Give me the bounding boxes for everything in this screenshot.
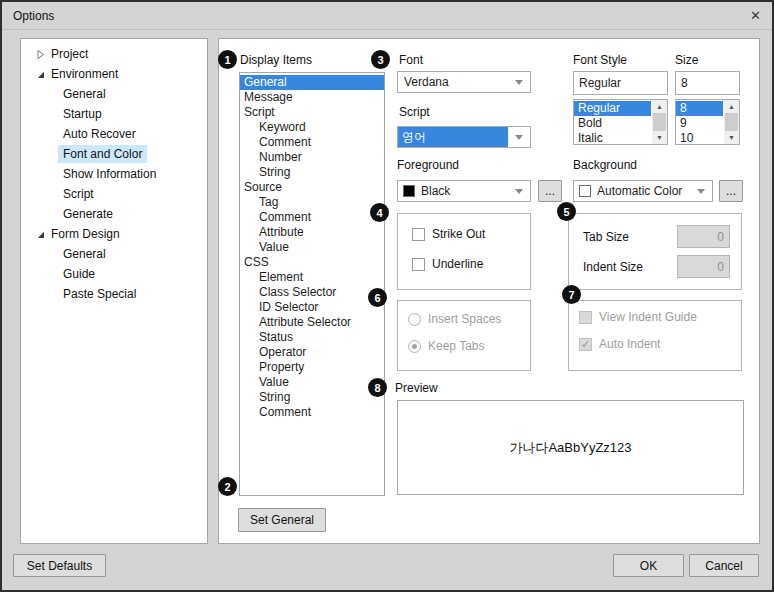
close-icon[interactable]: ✕ <box>750 8 761 23</box>
script-select[interactable]: 영어 <box>397 126 531 148</box>
display-item-attribute[interactable]: Attribute <box>240 225 384 240</box>
display-item-css[interactable]: CSS <box>240 255 384 270</box>
underline-checkbox[interactable]: Underline <box>412 257 483 271</box>
scroll-thumb[interactable] <box>725 113 738 131</box>
tree-item-label: Startup <box>63 107 102 121</box>
display-item-string[interactable]: String <box>240 390 384 405</box>
badge-2: 2 <box>218 477 237 496</box>
display-item-element[interactable]: Element <box>240 270 384 285</box>
background-more-button[interactable]: ... <box>719 180 743 202</box>
tree-item-label: Auto Recover <box>63 127 136 141</box>
set-defaults-button[interactable]: Set Defaults <box>13 554 106 577</box>
tree-item-generate[interactable]: Generate <box>21 204 207 224</box>
display-item-attribute-selector[interactable]: Attribute Selector <box>240 315 384 330</box>
auto-indent-label: Auto Indent <box>599 337 660 351</box>
tree-item-form-design[interactable]: Form Design <box>21 224 207 244</box>
scroll-up-icon[interactable]: ▲ <box>652 100 667 113</box>
tree-item-show-information[interactable]: Show Information <box>21 164 207 184</box>
size-option-8[interactable]: 8 <box>676 101 723 116</box>
indent-size-field: 0 <box>677 255 730 278</box>
tree-collapsed-icon[interactable] <box>34 48 47 60</box>
font-style-option-italic[interactable]: Italic <box>574 131 651 145</box>
font-style-option-regular[interactable]: Regular <box>574 101 651 116</box>
script-select-value: 영어 <box>398 127 508 147</box>
background-label: Background <box>573 158 637 172</box>
tree-item-general[interactable]: General <box>21 244 207 264</box>
background-color-select[interactable]: Automatic Color <box>573 180 713 202</box>
display-item-comment[interactable]: Comment <box>240 405 384 420</box>
tree-item-general[interactable]: General <box>21 84 207 104</box>
preview-label: Preview <box>395 381 438 395</box>
display-item-string[interactable]: String <box>240 165 384 180</box>
size-option-10[interactable]: 10 <box>676 131 723 145</box>
display-item-class-selector[interactable]: Class Selector <box>240 285 384 300</box>
preview-sample-text: 가나다AaBbYyZz123 <box>509 439 631 457</box>
tree-item-project[interactable]: Project <box>21 44 207 64</box>
tree-expanded-icon[interactable] <box>34 228 47 240</box>
tree-expanded-icon[interactable] <box>34 68 47 80</box>
tree-item-guide[interactable]: Guide <box>21 264 207 284</box>
display-item-general[interactable]: General <box>240 75 384 90</box>
display-item-property[interactable]: Property <box>240 360 384 375</box>
display-item-value[interactable]: Value <box>240 240 384 255</box>
scroll-up-icon[interactable]: ▲ <box>724 100 739 113</box>
scroll-thumb[interactable] <box>653 113 666 131</box>
tree-item-script[interactable]: Script <box>21 184 207 204</box>
display-item-source[interactable]: Source <box>240 180 384 195</box>
set-general-button[interactable]: Set General <box>238 508 326 532</box>
font-style-option-bold[interactable]: Bold <box>574 116 651 131</box>
foreground-color-select[interactable]: Black <box>397 180 531 202</box>
display-items-list[interactable]: GeneralMessageScriptKeywordCommentNumber… <box>239 72 385 496</box>
badge-4: 4 <box>370 203 389 222</box>
tree-item-label: Form Design <box>51 227 120 241</box>
display-item-tag[interactable]: Tag <box>240 195 384 210</box>
options-dialog: Options ✕ ProjectEnvironmentGeneralStart… <box>0 0 774 592</box>
underline-label: Underline <box>432 257 483 271</box>
scroll-down-icon[interactable]: ▼ <box>652 131 667 144</box>
tree-item-startup[interactable]: Startup <box>21 104 207 124</box>
badge-6: 6 <box>368 288 387 307</box>
display-item-message[interactable]: Message <box>240 90 384 105</box>
tree-item-font-and-color[interactable]: Font and Color <box>21 144 207 164</box>
size-option-9[interactable]: 9 <box>676 116 723 131</box>
display-item-value[interactable]: Value <box>240 375 384 390</box>
display-item-id-selector[interactable]: ID Selector <box>240 300 384 315</box>
tab-size-label: Tab Size <box>583 230 629 244</box>
size-input[interactable]: 8 <box>675 71 740 95</box>
tree-item-label: General <box>63 87 106 101</box>
settings-tree: ProjectEnvironmentGeneralStartupAuto Rec… <box>20 38 208 544</box>
badge-8: 8 <box>368 378 387 397</box>
view-indent-guide-checkbox: View Indent Guide <box>579 310 697 324</box>
size-list[interactable]: ▲ ▼ 8910 <box>675 99 740 145</box>
tree-item-label: Guide <box>63 267 95 281</box>
display-item-comment[interactable]: Comment <box>240 135 384 150</box>
background-color-value: Automatic Color <box>591 184 690 198</box>
font-style-list[interactable]: ▲ ▼ RegularBoldItalic <box>573 99 668 145</box>
font-select[interactable]: Verdana <box>397 71 531 93</box>
font-style-input[interactable]: Regular <box>573 71 668 95</box>
foreground-more-button[interactable]: ... <box>538 180 562 202</box>
scrollbar[interactable]: ▲ ▼ <box>724 100 739 144</box>
display-item-status[interactable]: Status <box>240 330 384 345</box>
strike-out-checkbox[interactable]: Strike Out <box>412 227 485 241</box>
size-label: Size <box>675 53 698 67</box>
cancel-button[interactable]: Cancel <box>689 554 759 577</box>
scroll-down-icon[interactable]: ▼ <box>724 131 739 144</box>
tree-item-paste-special[interactable]: Paste Special <box>21 284 207 304</box>
tree-item-label: Show Information <box>63 167 156 181</box>
display-item-script[interactable]: Script <box>240 105 384 120</box>
effects-group <box>397 213 531 290</box>
foreground-label: Foreground <box>397 158 459 172</box>
scrollbar[interactable]: ▲ ▼ <box>652 100 667 144</box>
display-item-number[interactable]: Number <box>240 150 384 165</box>
ok-button[interactable]: OK <box>613 554 684 577</box>
script-label: Script <box>399 105 430 119</box>
display-item-keyword[interactable]: Keyword <box>240 120 384 135</box>
keep-tabs-label: Keep Tabs <box>428 339 485 353</box>
tree-item-environment[interactable]: Environment <box>21 64 207 84</box>
display-item-operator[interactable]: Operator <box>240 345 384 360</box>
foreground-color-value: Black <box>415 184 508 198</box>
tree-item-auto-recover[interactable]: Auto Recover <box>21 124 207 144</box>
tree-item-label: Project <box>51 47 88 61</box>
display-item-comment[interactable]: Comment <box>240 210 384 225</box>
